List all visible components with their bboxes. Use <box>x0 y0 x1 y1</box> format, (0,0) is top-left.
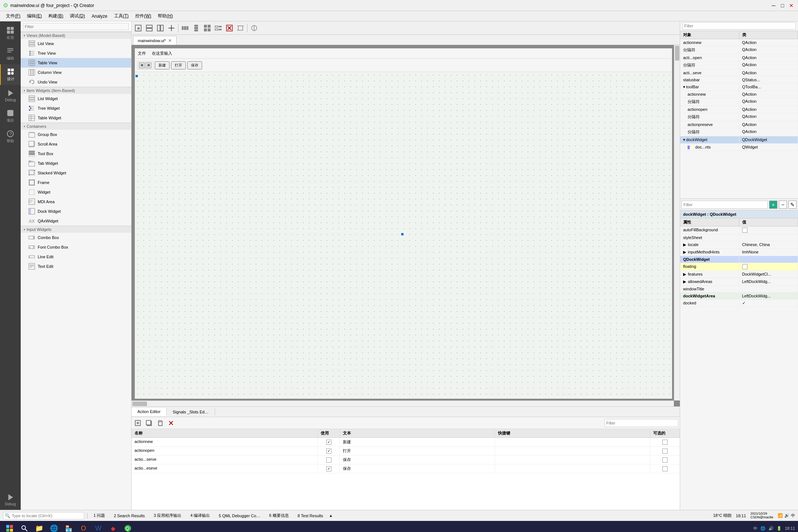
obj-row[interactable]: statusbar QStatus... <box>680 76 798 83</box>
prop-settings-btn[interactable]: ✎ <box>788 201 797 209</box>
hscroll-thumb[interactable] <box>132 402 147 406</box>
obj-row[interactable]: actionnew QAction <box>680 91 798 98</box>
obj-row[interactable]: acti...open QAction <box>680 54 798 61</box>
list-item[interactable]: Widget <box>21 187 131 197</box>
canvas-menu-file[interactable]: 文件 <box>138 51 146 56</box>
list-item[interactable]: Stacked Widget <box>21 168 131 178</box>
menu-help[interactable]: 帮助(H) <box>155 12 176 20</box>
design-hscroll[interactable] <box>132 400 674 406</box>
obj-row[interactable]: 分隔符 QAction <box>680 128 798 136</box>
sidebar-item-welcome[interactable]: 欢迎 <box>0 23 21 44</box>
status-tab-qml[interactable]: 5 QML Debugger Co… <box>216 513 263 519</box>
action-copy-btn[interactable] <box>144 418 154 428</box>
action-checkable-checkbox[interactable] <box>662 449 668 454</box>
sidebar-item-design[interactable]: 设计 <box>0 64 21 85</box>
action-used-checkbox[interactable]: ✓ <box>326 449 331 454</box>
list-item[interactable]: Combo Box <box>21 233 131 242</box>
status-tab-problems[interactable]: 1 问题 <box>91 512 108 519</box>
prop-checkbox[interactable] <box>742 228 747 233</box>
status-tab-overview[interactable]: 6 概要信息 <box>266 512 291 519</box>
obj-row[interactable]: actionpreseve QAction <box>680 121 798 128</box>
tab-close-btn[interactable]: ✕ <box>168 38 172 43</box>
list-item[interactable]: Group Group Box <box>21 130 131 139</box>
status-tab-compile[interactable]: 4 编译输出 <box>187 512 213 519</box>
list-item[interactable]: Table Widget <box>21 113 131 123</box>
menu-widgets[interactable]: 控件(W) <box>132 12 154 20</box>
tab-mainwindow[interactable]: mainwindow.ui* ✕ <box>133 36 177 45</box>
taskbar-edge[interactable]: 🌐 <box>47 522 61 532</box>
canvas-open-btn[interactable]: 打开 <box>171 61 186 69</box>
property-search-input[interactable] <box>682 201 768 209</box>
toolbar-layout-grid[interactable] <box>202 23 212 33</box>
list-item[interactable]: Tree Widget <box>21 103 131 113</box>
list-item[interactable]: Table View <box>21 58 131 68</box>
close-button[interactable]: ✕ <box>788 2 795 9</box>
tab-action-editor[interactable]: Action Editor <box>132 408 167 416</box>
prop-row[interactable]: autoFillBackground <box>680 226 798 234</box>
prop-row[interactable]: ▶ inputMethodHints ImhNone <box>680 249 798 256</box>
list-item[interactable]: List Widget <box>21 94 131 103</box>
prop-row[interactable]: ▶ features DockWidgetCl... <box>680 271 798 278</box>
action-row[interactable]: actionnew ✓ 新建 <box>132 438 680 447</box>
list-item[interactable]: Tab Widget <box>21 158 131 168</box>
prop-add-btn[interactable]: + <box>769 201 777 209</box>
action-used-checkbox[interactable]: ✓ <box>326 440 331 445</box>
menu-file[interactable]: 文件(F) <box>3 12 23 20</box>
taskbar-qt-creator[interactable]: Q <box>121 522 134 532</box>
list-item[interactable]: Dock Widget <box>21 207 131 216</box>
canvas-menu-input[interactable]: 在这里输入 <box>152 51 172 56</box>
action-search-input[interactable] <box>604 419 678 427</box>
obj-row[interactable]: actionnew QAction <box>680 39 798 46</box>
taskbar-files[interactable]: 📁 <box>33 522 46 532</box>
prop-row[interactable]: dockWidgetArea LeftDockWidg... <box>680 293 798 300</box>
list-item[interactable]: F Font Combo Box <box>21 242 131 252</box>
obj-row[interactable]: acti...seve QAction <box>680 69 798 76</box>
canvas-body[interactable] <box>135 72 672 399</box>
sidebar-item-debug-bottom[interactable]: Debug <box>0 489 21 510</box>
taskbar-app1[interactable]: ◆ <box>106 522 120 532</box>
obj-row[interactable]: 分隔符 QAction <box>680 113 798 121</box>
obj-row[interactable]: 分隔符 QAction <box>680 61 798 69</box>
obj-row[interactable]: doc...nts QWidget <box>680 144 798 151</box>
list-item[interactable]: Line Edit <box>21 252 131 262</box>
prop-remove-btn[interactable]: − <box>779 201 787 209</box>
obj-row[interactable]: actionopen QAction <box>680 106 798 113</box>
action-row[interactable]: actio...serve 保存 <box>132 456 680 464</box>
action-checkable-checkbox[interactable] <box>662 457 668 463</box>
list-item[interactable]: List View <box>21 39 131 48</box>
taskbar-search[interactable] <box>18 522 31 532</box>
action-delete-btn[interactable] <box>166 418 176 428</box>
sidebar-item-project[interactable]: 项目 <box>0 106 21 126</box>
action-checkable-checkbox[interactable] <box>662 466 668 471</box>
locate-input[interactable] <box>12 514 82 518</box>
tab-signals-slots[interactable]: Signals _Slots Ed… <box>167 408 215 416</box>
toolbar-adjust-size[interactable] <box>235 23 246 33</box>
prop-row[interactable]: floating <box>680 263 798 271</box>
toolbar-layout-form[interactable] <box>213 23 224 33</box>
widget-search-input[interactable] <box>23 23 129 30</box>
prop-row[interactable]: ▶ locale Chinese, China <box>680 241 798 249</box>
canvas-menubar[interactable]: 文件 在这里输入 <box>135 48 672 59</box>
prop-floating-checkbox[interactable] <box>742 264 747 269</box>
action-used-checkbox[interactable] <box>326 457 331 463</box>
canvas-save-btn[interactable]: 保存 <box>187 61 202 69</box>
minimize-button[interactable]: ─ <box>770 2 777 9</box>
list-item[interactable]: Column View <box>21 68 131 77</box>
taskbar-word[interactable]: W <box>92 522 105 532</box>
taskbar-office[interactable]: O <box>77 522 90 532</box>
prop-row[interactable]: ▶ allowedAreas LeftDockWidg... <box>680 278 798 286</box>
toolbar-layout-btn1[interactable] <box>144 23 154 33</box>
obj-row[interactable]: ▾dockWidget QDockWidget <box>680 136 798 144</box>
toolbar-edit-widget-btn[interactable] <box>133 23 143 33</box>
action-checkable-checkbox[interactable] <box>662 440 668 445</box>
list-item[interactable]: MDI Area <box>21 197 131 207</box>
toolbar-layout-v[interactable] <box>191 23 201 33</box>
status-tab-tests[interactable]: 8 Test Results <box>295 513 326 519</box>
menu-tools[interactable]: 工具(T) <box>111 12 132 20</box>
menu-edit[interactable]: 编辑(E) <box>24 12 45 20</box>
menu-build[interactable]: 构建(B) <box>45 12 66 20</box>
taskbar-store[interactable]: 🏪 <box>62 522 75 532</box>
prop-row[interactable]: windowTitle <box>680 286 798 293</box>
object-search-input[interactable] <box>682 22 796 30</box>
status-tab-search[interactable]: 2 Search Results <box>111 513 148 519</box>
